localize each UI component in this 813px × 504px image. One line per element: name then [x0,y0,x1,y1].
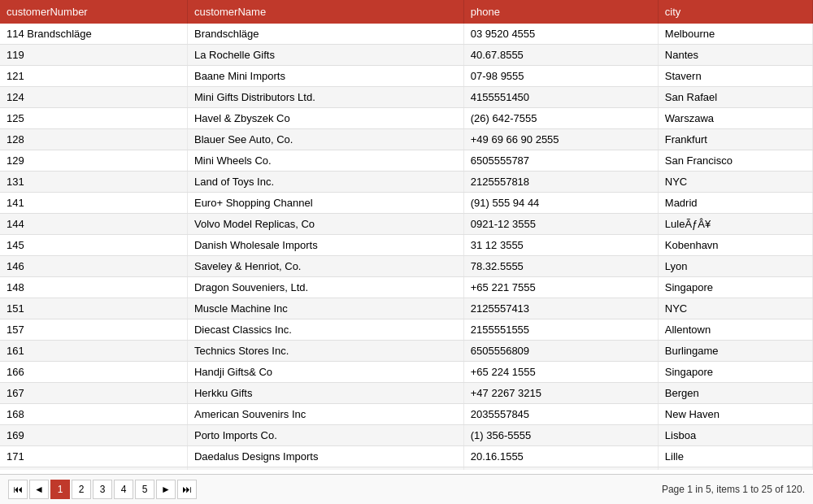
cell-customerNumber: 148 [0,277,187,298]
cell-customerName: Baane Mini Imports [187,66,463,87]
table-row: 157Diecast Classics Inc.2155551555Allent… [0,319,813,341]
pagination-page-4-button[interactable]: 4 [114,480,133,499]
cell-city: New Haven [658,404,812,425]
cell-customerNumber: 145 [0,235,187,256]
table-row: 141Euro+ Shopping Channel(91) 555 94 44M… [0,193,813,214]
table-footer: ⏮ ◄ 1 2 3 4 5 ► ⏭ Page 1 in 5, items 1 t… [0,474,813,504]
cell-customerName: Mini Wheels Co. [187,150,463,172]
cell-phone: 03 9520 4555 [463,24,658,45]
cell-phone: +65 224 1555 [463,362,658,383]
cell-phone: 0921-12 3555 [463,214,658,235]
cell-customerNumber: 141 [0,193,187,214]
pagination-page-3-button[interactable]: 3 [93,480,112,499]
table-row: 131Land of Toys Inc.2125557818NYC [0,172,813,193]
cell-city: San Francisco [658,150,812,172]
cell-customerName: La Rochelle Gifts [187,45,463,66]
cell-phone: 2125557818 [463,172,658,193]
cell-city: San Rafael [658,87,812,108]
col-header-customerName: customerName [187,0,463,24]
cell-customerNumber: 125 [0,108,187,129]
pagination-next-button[interactable]: ► [156,480,176,499]
cell-customerName: Dragon Souveniers, Ltd. [187,277,463,298]
cell-customerNumber: 144 [0,214,187,235]
table-header-row: customerNumber customerName phone city [0,0,813,24]
cell-phone: +49 69 66 90 2555 [463,129,658,150]
cell-customerName: Volvo Model Replicas, Co [187,214,463,235]
cell-customerNumber: 124 [0,87,187,108]
cell-customerNumber: 157 [0,319,187,341]
cell-phone: 40.67.8555 [463,45,658,66]
cell-customerName: Land of Toys Inc. [187,172,463,193]
pagination: ⏮ ◄ 1 2 3 4 5 ► ⏭ [8,480,197,499]
cell-customerName: Brandschläge [187,24,463,45]
pagination-first-button[interactable]: ⏮ [8,480,28,499]
cell-city: Melbourne [658,24,812,45]
pagination-page-1-button[interactable]: 1 [50,480,70,499]
cell-city: Madrid [658,193,812,214]
table-row: 145Danish Wholesale Imports31 12 3555Kob… [0,235,813,256]
col-header-city: city [658,0,812,24]
cell-city: Kobenhavn [658,235,812,256]
cell-customerNumber: 114 Brandschläge [0,24,187,45]
cell-customerNumber: 167 [0,383,187,404]
cell-phone: 20.16.1555 [463,446,658,467]
cell-phone: (26) 642-7555 [463,108,658,129]
cell-customerName: Mini Gifts Distributors Ltd. [187,87,463,108]
cell-customerName: Saveley & Henriot, Co. [187,256,463,277]
cell-customerName: Diecast Classics Inc. [187,319,463,341]
cell-customerNumber: 128 [0,129,187,150]
cell-phone: 31 12 3555 [463,235,658,256]
table-row: 146Saveley & Henriot, Co.78.32.5555Lyon [0,256,813,277]
col-header-phone: phone [463,0,658,24]
cell-city: Singapore [658,362,812,383]
table-row: 129Mini Wheels Co.6505555787San Francisc… [0,150,813,172]
cell-customerNumber: 169 [0,425,187,446]
pagination-page-5-button[interactable]: 5 [135,480,154,499]
cell-customerName: La Corne D'abondance, Co. [187,467,463,471]
cell-city: Paris [658,467,812,471]
cell-customerNumber: 121 [0,66,187,87]
page-info: Page 1 in 5, items 1 to 25 of 120. [662,484,805,495]
cell-customerNumber: 146 [0,256,187,277]
table-row: 128Blauer See Auto, Co.+49 69 66 90 2555… [0,129,813,150]
cell-city: NYC [658,298,812,319]
pagination-page-2-button[interactable]: 2 [72,480,91,499]
table-row: 114 BrandschlägeBrandschläge03 9520 4555… [0,24,813,45]
cell-customerNumber: 166 [0,362,187,383]
table-row: 161Technics Stores Inc.6505556809Burling… [0,341,813,362]
cell-customerName: Havel & Zbyszek Co [187,108,463,129]
table-row: 125Havel & Zbyszek Co(26) 642-7555Warsza… [0,108,813,129]
cell-phone: 6505555787 [463,150,658,172]
cell-city: Stavern [658,66,812,87]
cell-city: Singapore [658,277,812,298]
cell-city: Lyon [658,256,812,277]
table-row: 169Porto Imports Co.(1) 356-5555Lisboa [0,425,813,446]
table-row: 167Herkku Gifts+47 2267 3215Bergen [0,383,813,404]
table-row: 121Baane Mini Imports07-98 9555Stavern [0,66,813,87]
table-row: 171Daedalus Designs Imports20.16.1555Lil… [0,446,813,467]
table-row: 124Mini Gifts Distributors Ltd.415555145… [0,87,813,108]
cell-customerName: Daedalus Designs Imports [187,446,463,467]
table-container: customerNumber customerName phone city 1… [0,0,813,470]
cell-city: Nantes [658,45,812,66]
customers-table: customerNumber customerName phone city 1… [0,0,813,470]
cell-customerName: Blauer See Auto, Co. [187,129,463,150]
cell-customerNumber: 171 [0,446,187,467]
cell-customerName: Porto Imports Co. [187,425,463,446]
cell-customerName: Herkku Gifts [187,383,463,404]
table-row: 144Volvo Model Replicas, Co0921-12 3555L… [0,214,813,235]
cell-customerNumber: 119 [0,45,187,66]
pagination-last-button[interactable]: ⏭ [177,480,197,499]
cell-phone: 78.32.5555 [463,256,658,277]
cell-customerNumber: 172 [0,467,187,471]
cell-city: Bergen [658,383,812,404]
pagination-prev-button[interactable]: ◄ [29,480,49,499]
cell-phone: 6505556809 [463,341,658,362]
cell-city: Allentown [658,319,812,341]
cell-city: Frankfurt [658,129,812,150]
cell-city: Burlingame [658,341,812,362]
table-row: 172La Corne D'abondance, Co.(1) 42.34.25… [0,467,813,471]
cell-customerName: American Souvenirs Inc [187,404,463,425]
cell-phone: 2035557845 [463,404,658,425]
cell-customerNumber: 131 [0,172,187,193]
